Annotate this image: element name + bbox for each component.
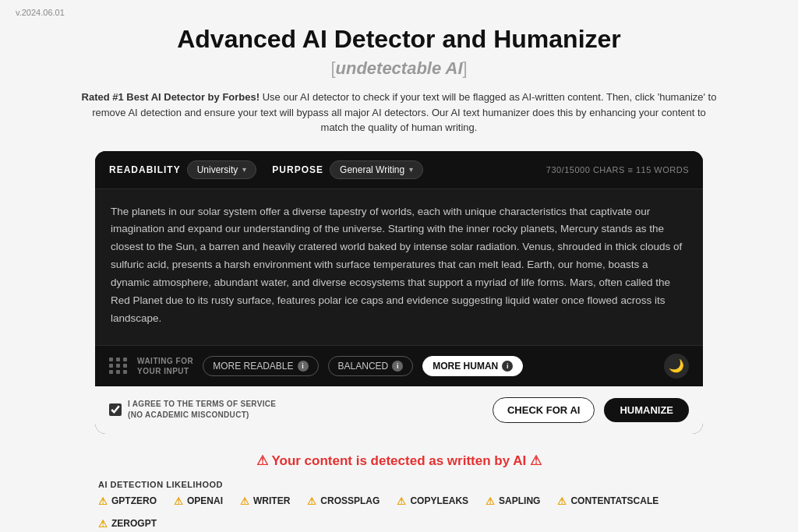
readability-value: University xyxy=(197,164,238,175)
gptzero-label: GPTZERO xyxy=(111,495,157,506)
balanced-info-icon: i xyxy=(392,361,403,372)
readability-dropdown[interactable]: University ▾ xyxy=(187,160,257,179)
detector-gptzero: ⚠ GPTZERO xyxy=(98,495,157,507)
readability-arrow-icon: ▾ xyxy=(242,165,246,174)
copyleaks-label: COPYLEAKS xyxy=(410,495,468,506)
purpose-group: PURPOSE General Writing ▾ xyxy=(272,160,423,179)
detector-writer: ⚠ WRITER xyxy=(240,495,290,507)
likelihood-label: AI DETECTION LIKELIHOOD xyxy=(98,480,700,489)
writer-label: WRITER xyxy=(253,495,290,506)
purpose-arrow-icon: ▾ xyxy=(409,165,413,174)
contentatscale-warn-icon: ⚠ xyxy=(557,495,567,507)
sapling-warn-icon: ⚠ xyxy=(486,495,495,507)
balanced-label: BALANCED xyxy=(338,361,389,372)
input-text: The planets in our solar system offer a … xyxy=(111,203,687,329)
detector-sapling: ⚠ SAPLING xyxy=(486,495,540,507)
more-human-info-icon: i xyxy=(502,361,513,372)
zerogpt-label: ZEROGPT xyxy=(111,518,157,529)
purpose-dropdown[interactable]: General Writing ▾ xyxy=(330,160,423,179)
sapling-label: SAPLING xyxy=(499,495,540,506)
check-for-ai-button[interactable]: CHECK FOR AI xyxy=(493,397,595,423)
copyleaks-warn-icon: ⚠ xyxy=(397,495,406,507)
subtitle-text: undetectable AI xyxy=(336,58,463,78)
card-actions: I AGREE TO THE TERMS OF SERVICE (NO ACAD… xyxy=(95,386,703,434)
more-readable-label: MORE READABLE xyxy=(213,361,293,372)
version-label: v.2024.06.01 xyxy=(16,8,782,17)
detection-section: ⚠ Your content is detected as written by… xyxy=(95,453,703,533)
detection-banner: ⚠ Your content is detected as written by… xyxy=(98,453,700,469)
moon-icon: 🌙 xyxy=(669,358,684,373)
purpose-value: General Writing xyxy=(340,164,404,175)
terms-checkbox[interactable] xyxy=(109,403,122,416)
text-input-area[interactable]: The planets in our solar system offer a … xyxy=(95,189,703,345)
purpose-label: PURPOSE xyxy=(272,164,323,175)
page-title: Advanced AI Detector and Humanizer xyxy=(16,25,782,54)
zerogpt-warn-icon: ⚠ xyxy=(98,518,108,530)
detector-copyleaks: ⚠ COPYLEAKS xyxy=(397,495,468,507)
card-header: READABILITY University ▾ PURPOSE General… xyxy=(95,151,703,189)
terms-agreement: I AGREE TO THE TERMS OF SERVICE (NO ACAD… xyxy=(109,399,483,421)
readability-label: READABILITY xyxy=(109,164,181,175)
terms-label: I AGREE TO THE TERMS OF SERVICE (NO ACAD… xyxy=(128,399,276,421)
detector-contentatscale: ⚠ CONTENTATSCALE xyxy=(557,495,659,507)
description-bold: Rated #1 Best AI Detector by Forbes! xyxy=(82,91,260,103)
waiting-icon xyxy=(109,358,128,374)
crossplag-label: CROSSPLAG xyxy=(320,495,380,506)
waiting-text: WAITING FOR YOUR INPUT xyxy=(137,356,193,376)
dark-mode-toggle[interactable]: 🌙 xyxy=(664,354,689,379)
detector-crossplag: ⚠ CROSSPLAG xyxy=(307,495,380,507)
subtitle: [undetectable AI] xyxy=(16,58,782,79)
more-readable-info-icon: i xyxy=(298,361,309,372)
more-readable-button[interactable]: MORE READABLE i xyxy=(203,356,318,376)
detector-openai: ⚠ OPENAI xyxy=(174,495,223,507)
humanize-button[interactable]: HUMANIZE xyxy=(604,398,689,422)
openai-warn-icon: ⚠ xyxy=(174,495,183,507)
balanced-button[interactable]: BALANCED i xyxy=(328,356,414,376)
more-human-label: MORE HUMAN xyxy=(433,361,498,372)
char-count: 730/15000 CHARS ≡ 115 WORDS xyxy=(546,165,689,174)
gptzero-warn-icon: ⚠ xyxy=(98,495,108,507)
more-human-button[interactable]: MORE HUMAN i xyxy=(422,356,523,376)
detectors-row: ⚠ GPTZERO ⚠ OPENAI ⚠ WRITER ⚠ CROSSPLAG … xyxy=(98,495,700,530)
readability-group: READABILITY University ▾ xyxy=(109,160,256,179)
crossplag-warn-icon: ⚠ xyxy=(307,495,316,507)
openai-label: OPENAI xyxy=(187,495,223,506)
main-card: READABILITY University ▾ PURPOSE General… xyxy=(95,151,703,434)
mode-footer: WAITING FOR YOUR INPUT MORE READABLE i B… xyxy=(95,345,703,386)
writer-warn-icon: ⚠ xyxy=(240,495,249,507)
description: Rated #1 Best AI Detector by Forbes! Use… xyxy=(79,90,719,136)
contentatscale-label: CONTENTATSCALE xyxy=(570,495,659,506)
detector-zerogpt: ⚠ ZEROGPT xyxy=(98,518,157,530)
